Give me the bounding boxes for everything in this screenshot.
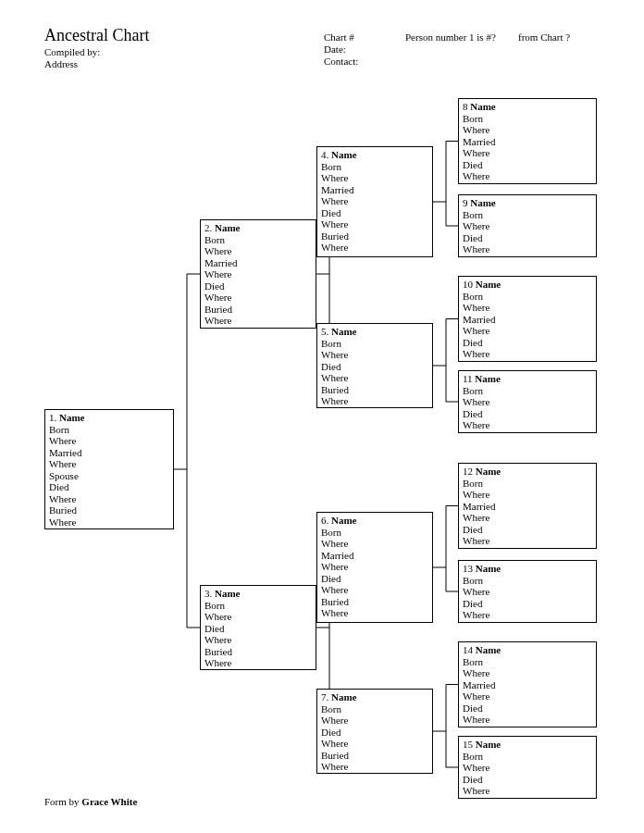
- box-field: Where: [463, 714, 592, 726]
- box-field: Died: [463, 159, 592, 171]
- box-header: 10 Name: [463, 279, 592, 291]
- box-field: Where: [463, 396, 592, 408]
- box-field: Died: [463, 598, 592, 610]
- box-field: Where: [321, 715, 428, 727]
- box-name: Name: [475, 373, 501, 384]
- box-field: Where: [463, 785, 592, 797]
- box-field: Born: [463, 385, 592, 397]
- box-field: Born: [321, 703, 428, 715]
- box-number: 10: [463, 279, 476, 290]
- page: Ancestral Chart Compiled by: Address Cha…: [0, 0, 644, 833]
- box-field: Born: [463, 656, 592, 668]
- box-field: Died: [321, 361, 428, 373]
- address-label: Address: [44, 58, 100, 70]
- box-field: Where: [321, 561, 428, 573]
- ancestor-box-5: 5. NameBornWhereDiedWhereBuriedWhere: [316, 323, 433, 408]
- box-field: Where: [463, 609, 592, 621]
- box-field: Where: [49, 493, 169, 505]
- box-field: Where: [463, 170, 592, 182]
- box-header: 8 Name: [463, 101, 592, 113]
- box-field: Died: [321, 207, 428, 219]
- box-number: 9: [463, 197, 470, 208]
- box-field: Where: [49, 516, 169, 528]
- box-field: Where: [321, 195, 428, 207]
- box-field: Where: [204, 634, 312, 646]
- box-number: 13: [463, 563, 476, 574]
- ancestor-box-9: 9 NameBornWhereDiedWhere: [458, 194, 597, 257]
- box-name: Name: [331, 691, 357, 702]
- box-field: Where: [463, 690, 592, 702]
- box-field: Where: [321, 372, 428, 384]
- box-number: 5.: [321, 326, 331, 337]
- box-field: Where: [321, 349, 428, 361]
- ancestor-box-4: 4. NameBornWhereMarriedWhereDiedWhereBur…: [316, 146, 433, 257]
- box-name: Name: [331, 515, 357, 526]
- box-field: Died: [463, 524, 592, 536]
- box-field: Where: [204, 657, 312, 669]
- box-field: Buried: [321, 750, 428, 762]
- box-field: Where: [463, 667, 592, 679]
- box-field: Where: [49, 435, 169, 447]
- box-header: 13 Name: [463, 563, 592, 575]
- box-number: 6.: [321, 515, 331, 526]
- box-name: Name: [331, 149, 357, 160]
- box-field: Born: [204, 600, 312, 612]
- box-field: Married: [321, 550, 428, 562]
- box-field: Died: [321, 727, 428, 739]
- chart-number-label: Chart #: [324, 31, 358, 44]
- box-field: Married: [463, 679, 592, 691]
- box-field: Buried: [204, 304, 312, 316]
- box-number: 11: [463, 373, 475, 384]
- box-number: 2.: [204, 222, 215, 233]
- box-name: Name: [59, 412, 85, 423]
- box-field: Where: [321, 172, 428, 184]
- box-field: Born: [321, 527, 428, 539]
- box-field: Spouse: [49, 470, 169, 482]
- box-field: Where: [204, 315, 312, 327]
- box-field: Died: [49, 481, 169, 493]
- box-field: Where: [463, 325, 592, 337]
- box-field: Buried: [321, 384, 428, 396]
- box-field: Where: [463, 147, 592, 159]
- page-title: Ancestral Chart: [44, 26, 149, 45]
- box-field: Born: [463, 478, 592, 490]
- ancestor-box-6: 6. NameBornWhereMarriedWhereDiedWhereBur…: [316, 512, 433, 623]
- box-header: 11 Name: [463, 373, 592, 385]
- box-field: Where: [463, 762, 592, 774]
- box-header: 4. Name: [321, 149, 428, 161]
- ancestor-box-13: 13 NameBornWhereDiedWhere: [458, 560, 597, 623]
- box-field: Died: [463, 774, 592, 786]
- box-name: Name: [331, 326, 357, 337]
- box-field: Married: [321, 184, 428, 196]
- box-number: 8: [463, 101, 470, 112]
- box-header: 1. Name: [49, 412, 169, 424]
- box-field: Married: [49, 447, 169, 459]
- box-field: Born: [321, 338, 428, 350]
- box-number: 15: [463, 739, 476, 750]
- meta-mid: Chart # Date: Contact:: [324, 31, 358, 68]
- footer-prefix: Form by: [44, 796, 81, 807]
- box-field: Where: [463, 220, 592, 232]
- box-header: 14 Name: [463, 644, 592, 656]
- box-field: Where: [204, 268, 312, 280]
- box-field: Buried: [321, 596, 428, 608]
- box-header: 3. Name: [204, 588, 312, 600]
- box-name: Name: [215, 222, 241, 233]
- box-field: Where: [49, 458, 169, 470]
- ancestor-box-1: 1. NameBornWhereMarriedWhereSpouseDiedWh…: [44, 409, 174, 529]
- box-field: Where: [321, 584, 428, 596]
- box-header: 7. Name: [321, 691, 428, 703]
- box-field: Where: [463, 512, 592, 524]
- box-field: Born: [49, 424, 169, 436]
- box-field: Where: [321, 738, 428, 750]
- box-field: Born: [204, 234, 312, 246]
- box-field: Married: [463, 136, 592, 148]
- box-field: Where: [321, 395, 428, 407]
- box-field: Died: [463, 232, 592, 244]
- box-field: Where: [463, 243, 592, 255]
- box-header: 9 Name: [463, 197, 592, 209]
- box-field: Where: [463, 348, 592, 360]
- box-field: Born: [321, 161, 428, 173]
- from-chart-label: from Chart ?: [518, 31, 570, 43]
- box-field: Married: [463, 314, 592, 326]
